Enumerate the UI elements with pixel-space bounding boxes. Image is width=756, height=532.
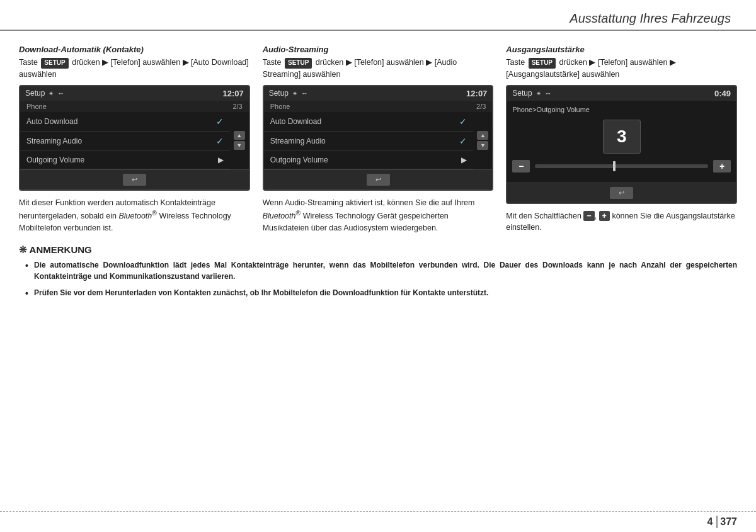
page-title: Ausstattung Ihres Fahrzeugs [570, 11, 731, 25]
note-header: ❊ ANMERKUNG [19, 244, 737, 256]
volume-slider [535, 164, 708, 168]
arrow-icon-3: ↔ [545, 89, 552, 97]
page-indicator-2: 2/3 [476, 103, 486, 110]
scroll-down-1[interactable]: ▼ [234, 141, 245, 150]
chapter-number: 4 [707, 516, 713, 528]
phone-label-2: Phone [270, 103, 290, 110]
col-volume: Ausgangslautstärke Taste SETUP drücken ▶… [506, 45, 737, 238]
volume-indicator [613, 161, 616, 171]
section-title-1: Download-Automatik (Kontakte) [19, 45, 250, 54]
menu-item-autodownload-2: Auto Download ✓ [264, 112, 474, 132]
screen-back-bar-1: ↩ [20, 169, 249, 190]
instruction-text-1: Taste SETUP drücken ▶ [Telefon] auswähle… [19, 57, 250, 80]
screen-back-bar-2: ↩ [264, 169, 493, 190]
screen-title-1: Setup [25, 89, 45, 98]
setup-badge-2: SETUP [285, 58, 312, 69]
scroll-btns-2: ▲ ▼ [473, 112, 492, 169]
device-screen-3: Setup ✴ ↔ 0:49 Phone>Outgoing Volume 3 −… [506, 85, 737, 204]
back-btn-1[interactable]: ↩ [123, 174, 146, 186]
col-auto-download: Download-Automatik (Kontakte) Taste SETU… [19, 45, 250, 238]
screen-back-bar-3: ↩ [507, 183, 736, 203]
note-asterisk-icon: ❊ [19, 244, 27, 255]
volume-decrease-btn[interactable]: − [512, 160, 530, 173]
volume-screen: Phone>Outgoing Volume 3 − + [507, 101, 736, 183]
device-screen-1: Setup ✴ ↔ 12:07 Phone 2/3 Auto Download … [19, 85, 250, 191]
col-audio-streaming: Audio-Streaming Taste SETUP drücken ▶ [T… [263, 45, 494, 238]
scroll-btns-1: ▲ ▼ [230, 112, 249, 169]
page-divider [716, 516, 718, 528]
device-screen-2: Setup ✴ ↔ 12:07 Phone 2/3 Auto Download … [263, 85, 494, 191]
desc-text-2: Wenn Audio-Streaming aktiviert ist, könn… [263, 197, 494, 234]
arrow-icon-2: ↔ [301, 89, 308, 97]
screen-title-2: Setup [269, 89, 289, 98]
screen-row-2: Auto Download ✓ Streaming Audio ✓ Outgoi… [264, 112, 493, 169]
instruction-text-2: Taste SETUP drücken ▶ [Telefon] auswähle… [263, 57, 494, 80]
phone-label-1: Phone [26, 103, 47, 110]
screen-time-1: 12:07 [222, 89, 243, 98]
menu-item-streaming-2: Streaming Audio ✓ [264, 132, 474, 151]
arrow-icon-1: ↔ [57, 89, 64, 97]
scroll-up-1[interactable]: ▲ [234, 131, 245, 140]
screen-time-3: 0:49 [714, 89, 731, 98]
volume-subtitle: Phone>Outgoing Volume [512, 106, 731, 113]
page-indicator-1: 2/3 [232, 103, 242, 110]
screen-topbar-2: Setup ✴ ↔ 12:07 [264, 86, 493, 101]
menu-item-volume-2: Outgoing Volume ▶ [264, 151, 474, 169]
menu-item-streaming-1: Streaming Audio ✓ [20, 132, 230, 151]
screen-row-1: Auto Download ✓ Streaming Audio ✓ Outgoi… [20, 112, 249, 169]
volume-value: 3 [603, 120, 641, 154]
screen-menu-1: Auto Download ✓ Streaming Audio ✓ Outgoi… [20, 112, 230, 169]
instruction-text-3: Taste SETUP drücken ▶ [Telefon] auswähle… [506, 57, 737, 80]
volume-increase-btn[interactable]: + [713, 160, 731, 173]
bt-icon-2: ✴ [292, 90, 297, 97]
scroll-up-2[interactable]: ▲ [477, 131, 488, 140]
screen-time-2: 12:07 [466, 89, 487, 98]
screen-topbar-3: Setup ✴ ↔ 0:49 [507, 86, 736, 101]
main-content: Download-Automatik (Kontakte) Taste SETU… [0, 31, 756, 238]
menu-item-autodownload-1: Auto Download ✓ [20, 112, 230, 132]
screen-title-3: Setup [512, 89, 532, 98]
menu-item-volume-1: Outgoing Volume ▶ [20, 151, 230, 169]
screen-menu-2: Auto Download ✓ Streaming Audio ✓ Outgoi… [264, 112, 474, 169]
section-title-2: Audio-Streaming [263, 45, 494, 54]
setup-badge-1: SETUP [41, 58, 68, 69]
back-btn-2[interactable]: ↩ [367, 174, 390, 186]
bt-icon-1: ✴ [49, 90, 54, 97]
section-title-3: Ausgangslautstärke [506, 45, 737, 54]
page-footer: 4 377 [0, 511, 756, 532]
note-list: Die automatische Downloadfunktion lädt j… [19, 259, 737, 298]
volume-slider-row: − + [512, 160, 731, 173]
page-number: 4 377 [707, 516, 737, 528]
page-num: 377 [720, 516, 737, 528]
desc-text-1: Mit dieser Funktion werden automatisch K… [19, 197, 250, 234]
note-item-2: Prüfen Sie vor dem Herunterladen von Kon… [25, 287, 737, 298]
note-section: ❊ ANMERKUNG Die automatische Downloadfun… [0, 238, 756, 298]
scroll-down-2[interactable]: ▼ [477, 141, 488, 150]
setup-badge-3: SETUP [529, 58, 556, 69]
bt-icon-3: ✴ [536, 90, 541, 97]
page-header: Ausstattung Ihres Fahrzeugs [0, 0, 756, 31]
back-btn-3[interactable]: ↩ [610, 187, 633, 199]
desc-text-3: Mit den Schaltflächen −, + können Sie di… [506, 210, 737, 234]
note-item-1: Die automatische Downloadfunktion lädt j… [25, 259, 737, 282]
screen-topbar-1: Setup ✴ ↔ 12:07 [20, 86, 249, 101]
